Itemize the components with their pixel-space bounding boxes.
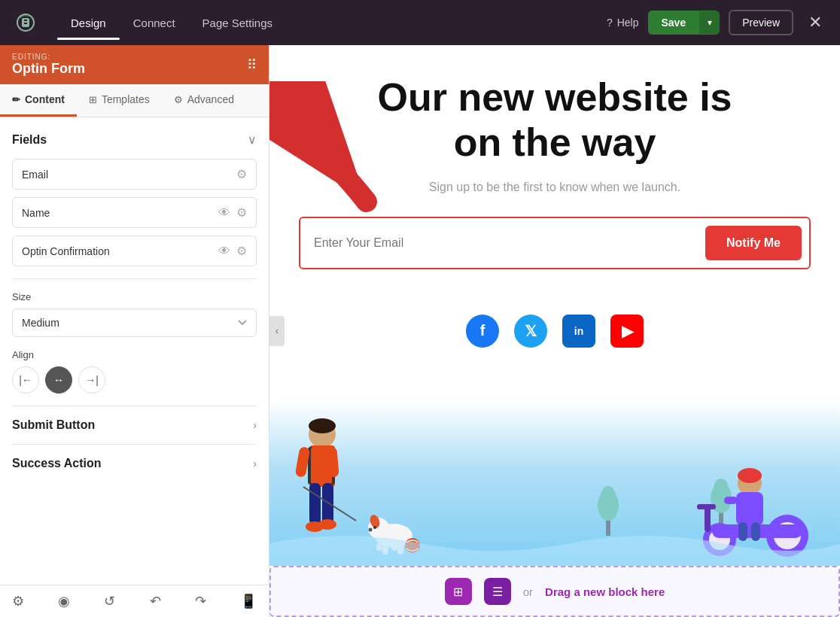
- submit-button-header[interactable]: Submit Button ›: [12, 418, 257, 432]
- page-content: Our new website ison the way Sign up to …: [269, 45, 840, 400]
- svg-rect-35: [697, 504, 716, 509]
- close-button[interactable]: ✕: [802, 10, 828, 35]
- save-dropdown-button[interactable]: ▾: [699, 11, 720, 34]
- drag-link[interactable]: Drag a new block here: [545, 585, 665, 598]
- svg-point-25: [601, 486, 616, 507]
- nav-tabs: Design Connect Page Settings: [57, 11, 286, 35]
- canvas: ‹ Our new website ison the way Sign up t…: [269, 45, 840, 617]
- twitter-icon[interactable]: 𝕏: [514, 315, 547, 348]
- notify-button[interactable]: Notify Me: [705, 226, 802, 260]
- svg-point-38: [738, 468, 762, 483]
- templates-tab-label: Templates: [102, 93, 150, 105]
- nav-right: ? Help Save ▾ Preview ✕: [607, 10, 828, 35]
- page-headline: Our new website ison the way: [377, 75, 732, 166]
- logo-icon: [12, 9, 39, 36]
- wave-decoration: [269, 521, 840, 566]
- sidebar: EDITING: Optin Form ⠿ ✏ Content ⊞ Templa…: [0, 45, 269, 617]
- youtube-icon[interactable]: ▶: [610, 315, 644, 348]
- svg-rect-9: [322, 483, 333, 524]
- tab-page-settings[interactable]: Page Settings: [189, 11, 286, 35]
- sidebar-header: EDITING: Optin Form ⠿: [0, 45, 269, 84]
- success-action-title: Success Action: [12, 457, 102, 470]
- sidebar-tabs: ✏ Content ⊞ Templates ⚙ Advanced: [0, 84, 269, 117]
- submit-button-arrow: ›: [253, 419, 257, 431]
- save-button-group: Save ▾: [648, 11, 720, 35]
- sidebar-content: Fields ∨ Email ⚙ Name 👁 ⚙ Optin Confirma…: [0, 117, 269, 585]
- help-label: Help: [617, 17, 639, 29]
- svg-point-2: [309, 418, 336, 433]
- content-tab-label: Content: [25, 93, 65, 105]
- success-action-section: Success Action ›: [12, 444, 257, 482]
- main-area: EDITING: Optin Form ⠿ ✏ Content ⊞ Templa…: [0, 45, 840, 617]
- grid-icon[interactable]: ⠿: [247, 56, 257, 73]
- drag-or-text: or: [523, 585, 533, 598]
- align-right-button[interactable]: →|: [78, 366, 105, 394]
- submit-button-title: Submit Button: [12, 418, 95, 432]
- illustration-area: [269, 400, 840, 566]
- footer-history-icon[interactable]: ↺: [104, 593, 115, 609]
- drag-area[interactable]: ⊞ ☰ or Drag a new block here: [269, 566, 840, 617]
- footer-redo-icon[interactable]: ↷: [195, 593, 206, 609]
- fields-section-header: Fields ∨: [12, 132, 257, 147]
- svg-rect-8: [309, 483, 321, 524]
- footer-undo-icon[interactable]: ↶: [150, 593, 161, 609]
- optin-field-label: Optin Confirmation: [22, 245, 212, 257]
- email-form: Notify Me: [299, 217, 811, 269]
- svg-rect-41: [724, 497, 738, 504]
- advanced-tab-icon: ⚙: [174, 94, 183, 105]
- help-icon: ?: [607, 17, 613, 29]
- fields-title: Fields: [12, 133, 47, 147]
- page-subtext: Sign up to be the first to know when we …: [429, 181, 680, 194]
- sidebar-footer: ⚙ ◉ ↺ ↶ ↷ 📱: [0, 585, 269, 617]
- tab-advanced[interactable]: ⚙ Advanced: [162, 84, 246, 117]
- align-label: Align: [12, 349, 257, 360]
- name-visibility-icon[interactable]: 👁: [218, 206, 230, 220]
- divider-1: [12, 278, 257, 279]
- facebook-icon[interactable]: f: [466, 315, 499, 348]
- preview-button[interactable]: Preview: [729, 10, 793, 35]
- tab-design[interactable]: Design: [57, 11, 120, 35]
- top-navigation: Design Connect Page Settings ? Help Save…: [0, 0, 840, 45]
- editing-label: EDITING:: [12, 53, 85, 61]
- email-input[interactable]: [308, 229, 698, 257]
- optin-visibility-icon[interactable]: 👁: [218, 245, 230, 258]
- drag-grid-icon: ⊞: [445, 578, 472, 605]
- canvas-toggle[interactable]: ‹: [269, 316, 285, 346]
- advanced-tab-label: Advanced: [187, 93, 234, 105]
- submit-button-section: Submit Button ›: [12, 406, 257, 444]
- optin-settings-icon[interactable]: ⚙: [236, 244, 247, 258]
- tab-templates[interactable]: ⊞ Templates: [77, 84, 162, 117]
- size-label: Size: [12, 291, 257, 302]
- footer-settings-icon[interactable]: ⚙: [12, 593, 24, 609]
- align-center-button[interactable]: ↔: [45, 366, 72, 394]
- success-action-header[interactable]: Success Action ›: [12, 457, 257, 470]
- email-form-container: Notify Me: [299, 217, 811, 292]
- footer-mobile-icon[interactable]: 📱: [240, 593, 257, 609]
- tab-connect[interactable]: Connect: [120, 11, 189, 35]
- content-tab-icon: ✏: [12, 94, 20, 105]
- name-field-label: Name: [22, 207, 212, 219]
- field-optin-confirmation: Optin Confirmation 👁 ⚙: [12, 236, 257, 266]
- sidebar-form-title: Optin Form: [12, 61, 85, 77]
- email-field-label: Email: [22, 169, 230, 181]
- email-settings-icon[interactable]: ⚙: [236, 167, 247, 181]
- size-select[interactable]: Small Medium Large: [12, 308, 257, 337]
- drag-row-icon: ☰: [484, 578, 511, 605]
- field-name: Name 👁 ⚙: [12, 197, 257, 228]
- tab-content[interactable]: ✏ Content: [0, 84, 77, 117]
- social-row: f 𝕏 in ▶: [466, 315, 644, 348]
- align-group: |← ↔ →|: [12, 366, 257, 394]
- sidebar-header-text: EDITING: Optin Form: [12, 53, 85, 77]
- success-action-arrow: ›: [253, 457, 257, 470]
- align-left-button[interactable]: |←: [12, 366, 39, 394]
- name-settings-icon[interactable]: ⚙: [236, 205, 247, 220]
- save-button[interactable]: Save: [648, 11, 700, 35]
- field-email: Email ⚙: [12, 159, 257, 190]
- help-button[interactable]: ? Help: [607, 17, 639, 29]
- fields-chevron[interactable]: ∨: [248, 132, 257, 147]
- footer-layers-icon[interactable]: ◉: [58, 593, 70, 609]
- linkedin-icon[interactable]: in: [562, 315, 595, 348]
- templates-tab-icon: ⊞: [89, 94, 97, 105]
